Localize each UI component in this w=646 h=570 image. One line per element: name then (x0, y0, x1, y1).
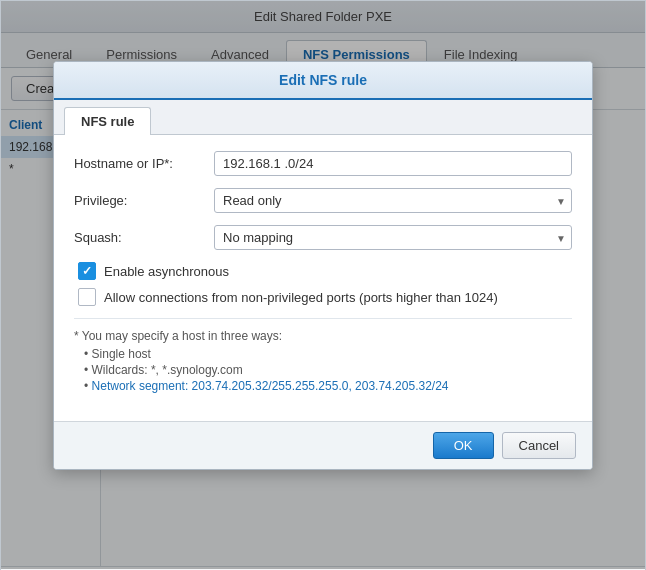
info-section: * You may specify a host in three ways: … (74, 318, 572, 405)
dialog-footer: OK Cancel (54, 421, 592, 469)
main-window: Edit Shared Folder PXE General Permissio… (0, 0, 646, 570)
async-checkbox[interactable] (78, 262, 96, 280)
dialog-tab-nfs-rule[interactable]: NFS rule (64, 107, 151, 135)
ok-button[interactable]: OK (433, 432, 494, 459)
squash-select[interactable]: No mapping Map root to admin Map root to… (214, 225, 572, 250)
dialog-title: Edit NFS rule (54, 62, 592, 100)
privilege-select[interactable]: Read only Read/Write No access (214, 188, 572, 213)
edit-nfs-dialog: Edit NFS rule NFS rule Hostname or IP*: … (53, 61, 593, 470)
modal-overlay: Edit NFS rule NFS rule Hostname or IP*: … (1, 1, 645, 569)
info-item-1: Wildcards: *, *.synology.com (74, 363, 572, 377)
hostname-row: Hostname or IP*: (74, 151, 572, 176)
privilege-row: Privilege: Read only Read/Write No acces… (74, 188, 572, 213)
nonprivileged-label: Allow connections from non-privileged po… (104, 290, 498, 305)
squash-label: Squash: (74, 230, 214, 245)
squash-select-wrapper: No mapping Map root to admin Map root to… (214, 225, 572, 250)
privilege-select-wrapper: Read only Read/Write No access ▼ (214, 188, 572, 213)
squash-row: Squash: No mapping Map root to admin Map… (74, 225, 572, 250)
info-item-0: Single host (74, 347, 572, 361)
cancel-button[interactable]: Cancel (502, 432, 576, 459)
async-label: Enable asynchronous (104, 264, 229, 279)
nonprivileged-row: Allow connections from non-privileged po… (74, 288, 572, 306)
dialog-body: Hostname or IP*: Privilege: Read only Re… (54, 135, 592, 421)
async-row: Enable asynchronous (74, 262, 572, 280)
dialog-tabs: NFS rule (54, 100, 592, 135)
info-intro: * You may specify a host in three ways: (74, 329, 572, 343)
info-item-2: Network segment: 203.74.205.32/255.255.2… (74, 379, 572, 393)
privilege-label: Privilege: (74, 193, 214, 208)
hostname-label: Hostname or IP*: (74, 156, 214, 171)
hostname-input[interactable] (214, 151, 572, 176)
nonprivileged-checkbox[interactable] (78, 288, 96, 306)
